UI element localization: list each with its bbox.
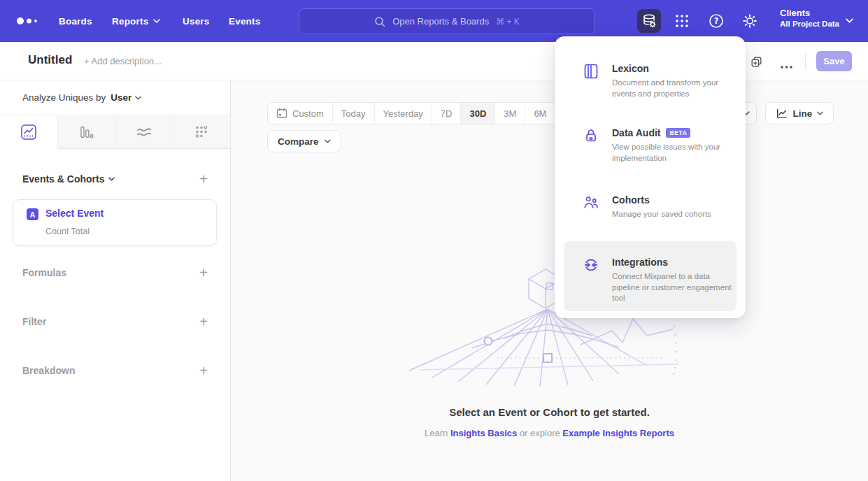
analyze-label: Analyze Uniques by (22, 92, 106, 103)
bar-chart-tab-icon (78, 124, 94, 140)
add-description-field[interactable]: + Add description... (84, 56, 162, 66)
tab-bar-chart[interactable] (58, 115, 116, 149)
header-divider (805, 53, 806, 70)
add-filter-button[interactable]: + (199, 315, 208, 328)
apps-grid-button[interactable] (670, 9, 694, 33)
range-custom[interactable]: Custom (268, 103, 333, 124)
line-chart-tab-icon (21, 124, 36, 140)
tab-flow-chart[interactable] (115, 115, 173, 149)
duplicate-button[interactable] (750, 55, 763, 71)
cohorts-icon (583, 194, 599, 211)
help-button[interactable]: ? (704, 9, 728, 33)
chevron-down-icon (108, 177, 115, 181)
menu-item-cohorts[interactable]: Cohorts Manage your saved cohorts (564, 189, 737, 222)
range-7d[interactable]: 7D (432, 103, 462, 124)
chevron-down-icon (153, 19, 160, 23)
report-canvas: Custom Today Yesterday 7D 30D 3M 6M Comp… (231, 80, 868, 481)
select-event-label[interactable]: Select Event (45, 208, 104, 219)
learn-prefix: Learn (425, 428, 450, 438)
example-reports-link[interactable]: Example Insights Reports (562, 428, 674, 438)
line-chart-icon (776, 107, 788, 120)
breakdown-row: Breakdown + (22, 364, 208, 378)
search-icon (374, 16, 385, 27)
search-placeholder: Open Reports & Boards (392, 16, 489, 27)
events-cohorts-header: Events & Cohorts + (22, 173, 208, 185)
formulas-row: Formulas + (22, 266, 208, 280)
integrations-icon (583, 257, 599, 273)
calendar-icon (276, 108, 287, 119)
add-event-button[interactable]: + (199, 173, 208, 185)
help-icon: ? (708, 13, 725, 29)
gear-icon (741, 13, 758, 29)
events-cohorts-toggle[interactable]: Events & Cohorts (22, 173, 115, 185)
report-title[interactable]: Untitled (28, 53, 72, 67)
add-breakdown-button[interactable]: + (199, 364, 208, 377)
compare-button[interactable]: Compare (267, 130, 341, 152)
chevron-down-icon (846, 18, 853, 23)
top-nav: Boards Reports Users Events Open Reports… (0, 0, 868, 42)
lexicon-icon (583, 63, 599, 80)
analyze-entity-dropdown[interactable]: User (111, 92, 141, 103)
chevron-down-icon (817, 111, 823, 115)
range-30d[interactable]: 30D (461, 103, 495, 124)
range-6m[interactable]: 6M (525, 103, 555, 124)
database-gear-icon (641, 13, 657, 29)
beta-badge: BETA (666, 128, 690, 138)
search-shortcut: ⌘ + K (496, 17, 520, 27)
nav-item-boards[interactable]: Boards (59, 0, 92, 42)
svg-text:?: ? (714, 16, 719, 26)
grid-icon (674, 13, 690, 29)
add-formula-button[interactable]: + (199, 266, 208, 279)
query-builder-sidebar: Analyze Uniques by User (0, 80, 231, 481)
insights-basics-link[interactable]: Insights Basics (450, 428, 517, 438)
data-management-menu: Lexicon Document and transform your even… (555, 36, 746, 318)
analyze-row: Analyze Uniques by User (0, 80, 230, 115)
event-letter-badge: A (27, 208, 38, 220)
nav-item-events[interactable]: Events (229, 0, 260, 42)
more-actions-button[interactable] (780, 59, 793, 72)
duplicate-icon (750, 55, 763, 69)
project-name: All Project Data (780, 19, 839, 29)
ellipsis-icon (780, 65, 793, 69)
data-management-button[interactable] (637, 9, 661, 33)
tab-metric-grid[interactable] (173, 115, 231, 149)
chevron-down-icon (135, 96, 141, 100)
count-total-label[interactable]: Count Total (45, 227, 90, 236)
settings-button[interactable] (738, 9, 762, 33)
explore-text: or explore (517, 428, 562, 438)
filter-row: Filter + (22, 315, 208, 329)
empty-state-links: Learn Insights Basics or explore Example… (231, 428, 868, 438)
mixpanel-logo-icon[interactable] (17, 0, 41, 42)
chart-type-tabs (0, 115, 230, 149)
workspace-name: Clients (780, 7, 839, 19)
event-card[interactable]: A Select Event Count Total (13, 199, 217, 246)
save-button[interactable]: Save (816, 51, 852, 71)
empty-state-title: Select an Event or Cohort to get started… (231, 406, 868, 418)
search-input[interactable]: Open Reports & Boards ⌘ + K (299, 8, 595, 34)
nav-item-users[interactable]: Users (183, 0, 210, 42)
tab-insights-line[interactable] (0, 115, 58, 149)
data-audit-icon (583, 127, 599, 144)
nav-item-reports[interactable]: Reports (112, 0, 160, 42)
range-3m[interactable]: 3M (495, 103, 525, 124)
range-today[interactable]: Today (333, 103, 375, 124)
flow-tab-icon (136, 124, 152, 140)
dots-grid-tab-icon (194, 124, 209, 140)
range-yesterday[interactable]: Yesterday (375, 103, 432, 124)
project-selector[interactable]: Clients All Project Data (780, 7, 839, 35)
menu-item-lexicon[interactable]: Lexicon Document and transform your even… (564, 57, 737, 102)
menu-item-data-audit[interactable]: Data Audit BETA View possible issues wit… (564, 122, 737, 172)
chevron-down-icon (325, 139, 331, 143)
chart-type-dropdown[interactable]: Line (765, 102, 834, 124)
menu-item-integrations[interactable]: Integrations Connect Mixpanel to a data … (564, 241, 737, 311)
